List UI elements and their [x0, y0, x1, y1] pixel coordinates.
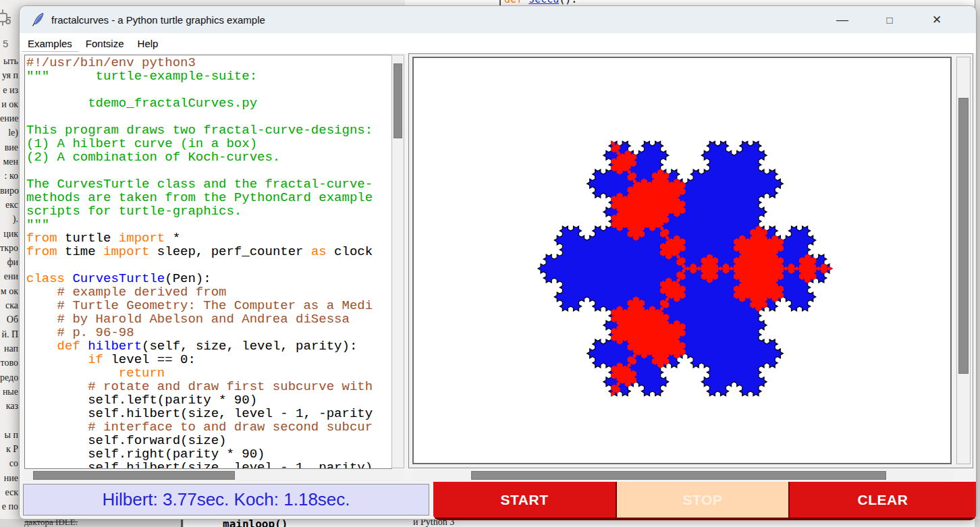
code-line: from turtle import *	[26, 231, 391, 245]
fractalcurves-window: fractalcurves - a Python turtle graphics…	[19, 5, 977, 520]
code-line: (2) A combination of Koch-curves.	[26, 150, 391, 164]
scrollbar-thumb[interactable]	[958, 98, 969, 374]
window-title: fractalcurves - a Python turtle graphics…	[51, 14, 265, 26]
code-line: # rotate and draw first subcurve with	[26, 380, 391, 393]
menu-help[interactable]: Help	[131, 36, 165, 51]
code-line: """	[26, 218, 391, 231]
background-text-fragment: дактора IDLE.	[24, 519, 78, 527]
background-code-fragment: mainloop()	[223, 519, 288, 527]
code-line: return	[26, 366, 391, 380]
code-line	[26, 83, 391, 96]
scrollbar-thumb[interactable]	[393, 63, 402, 138]
source-code-pane[interactable]: #!/usr/bin/env python3""" turtle-example…	[24, 55, 392, 469]
scrollbar-thumb[interactable]	[471, 471, 886, 480]
graphics-pane	[408, 53, 973, 468]
code-line: methods are taken from the PythonCard ex…	[26, 191, 391, 204]
background-app-icon	[0, 4, 13, 35]
background-code-fragment: def seccu():	[504, 0, 577, 5]
code-horizontal-scrollbar[interactable]	[24, 470, 403, 481]
background-window-border	[181, 519, 183, 527]
code-line: This program draws two fractal-curve-des…	[26, 123, 391, 137]
background-window-border	[499, 0, 501, 5]
timing-status-label: Hilbert: 3.77sec. Koch: 1.18sec.	[23, 484, 429, 516]
code-line: self.forward(size)	[26, 434, 391, 447]
button-row: START STOP CLEAR	[433, 482, 976, 520]
code-line	[26, 164, 391, 177]
canvas-vertical-scrollbar[interactable]	[956, 57, 971, 464]
code-line: #!/usr/bin/env python3	[26, 56, 391, 70]
clear-button[interactable]: CLEAR	[790, 482, 976, 518]
menu-fontsize[interactable]: Fontsize	[79, 36, 131, 51]
code-line: scripts for turtle-graphics.	[26, 204, 391, 218]
code-line: self.hilbert(size, level - 1, parity)	[26, 461, 391, 469]
minimize-button[interactable]: —	[827, 7, 858, 32]
close-button[interactable]: ✕	[921, 7, 952, 32]
background-left-number: 5	[3, 38, 8, 49]
code-lines: #!/usr/bin/env python3""" turtle-example…	[26, 56, 391, 469]
code-line: from time import sleep, perf_counter as …	[26, 245, 391, 258]
code-line: # by Harold Abelson and Andrea diSessa	[26, 312, 391, 326]
menu-examples[interactable]: Examples	[21, 36, 79, 51]
code-line: # Turtle Geometry: The Computer as a Med…	[26, 299, 391, 312]
code-line: self.hilbert(size, level - 1, -parity	[26, 407, 391, 420]
code-line: self.right(parity * 90)	[26, 447, 391, 461]
background-top-editor: def seccu():	[405, 0, 975, 5]
code-line: # example derived from	[26, 285, 391, 299]
canvas-horizontal-scrollbar[interactable]	[413, 470, 954, 481]
code-line: # p. 96-98	[26, 326, 391, 339]
code-line	[26, 258, 391, 272]
tk-feather-icon	[32, 13, 44, 26]
code-line: """ turtle-example-suite:	[26, 70, 391, 83]
scrollbar-thumb[interactable]	[33, 471, 235, 480]
start-button[interactable]: START	[433, 482, 616, 518]
code-line: self.left(parity * 90)	[26, 393, 391, 407]
maximize-button[interactable]: □	[874, 7, 905, 32]
code-line	[26, 110, 391, 123]
code-line: def hilbert(self, size, level, parity):	[26, 339, 391, 353]
turtle-graphics-canvas	[412, 57, 952, 464]
background-left-text-fragments: ыть уя п е из и ок ение le) вие мен : ко…	[0, 54, 18, 527]
code-line: class CurvesTurtle(Pen):	[26, 272, 391, 285]
code-line: (1) A hilbert curve (in a box)	[26, 137, 391, 150]
code-vertical-scrollbar[interactable]	[391, 55, 404, 468]
code-line: # interface to and draw second subcur	[26, 420, 391, 434]
stop-button[interactable]: STOP	[617, 482, 788, 518]
code-line: The CurvesTurtle class and the fractal-c…	[26, 177, 391, 191]
menu-bar: Examples Fontsize Help	[20, 33, 976, 53]
code-line: if level == 0:	[26, 353, 391, 366]
code-line: tdemo_fractalCurves.py	[26, 96, 391, 110]
